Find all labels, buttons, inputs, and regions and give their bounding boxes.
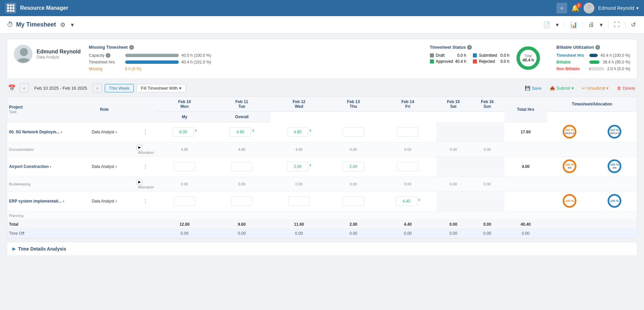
my-alloc-cell: 222 % 32/14.4 xyxy=(547,122,592,142)
tue-cell2[interactable] xyxy=(213,157,270,177)
wed-cell3[interactable] xyxy=(270,191,328,211)
dropdown-arrow-button[interactable]: ▾ xyxy=(69,20,75,30)
sat-cell xyxy=(436,122,470,142)
rejected-dot xyxy=(473,59,477,63)
submit-button[interactable]: 📤 Submit ▾ xyxy=(548,84,576,92)
allocation-row2: Bookkeeping ▶ Allocation 0.00 0.00 0.00 … xyxy=(7,177,637,191)
thu-input2[interactable] xyxy=(343,162,364,171)
feb10-header: Feb 10 Mon xyxy=(156,97,213,112)
submit-dropdown-icon: ▾ xyxy=(572,86,574,91)
mon-cell3[interactable] xyxy=(156,191,213,211)
print-button[interactable]: 🖨 xyxy=(587,20,596,30)
role-cell: Data Analyst ▾ xyxy=(74,122,135,142)
alloc-expand-button[interactable]: ▶ xyxy=(137,144,143,150)
sub-header-left: ⏱ My Timesheet ⚙ ▾ xyxy=(7,20,75,30)
thu-cell3[interactable] xyxy=(328,191,379,211)
status-draft: Draft 0.0 h xyxy=(430,53,466,58)
mon-cell2[interactable] xyxy=(156,157,213,177)
fri-input2[interactable] xyxy=(397,162,418,171)
refresh-button[interactable]: ↺ xyxy=(630,20,637,30)
delete-icon: 🗑 xyxy=(617,86,621,91)
nav-left: Resource Manager xyxy=(5,3,68,13)
total-mon: 12.80 xyxy=(156,220,213,229)
timesheet-status-title: Timesheet Status i xyxy=(430,45,510,50)
delete-button[interactable]: 🗑 Delete xyxy=(615,84,637,92)
fri-input3[interactable] xyxy=(396,196,417,206)
mon-cell[interactable]: $ xyxy=(156,122,213,142)
billable-nonbillable-label: Non Billable xyxy=(556,67,587,71)
wed-input[interactable] xyxy=(287,127,308,137)
project-expand-icon3[interactable]: ▾ xyxy=(63,200,64,203)
mon-input[interactable] xyxy=(172,127,194,137)
save-button[interactable]: 💾 Save xyxy=(523,84,544,92)
thu-input[interactable] xyxy=(343,127,364,137)
role-dropdown-icon3[interactable]: ▾ xyxy=(115,200,117,203)
my-alloc-cell3: 100 % xyxy=(547,191,592,211)
alloc-expand-button2[interactable]: ▶ xyxy=(137,179,143,185)
capacity-info-icon[interactable]: i xyxy=(106,53,110,58)
this-week-button[interactable]: This Week xyxy=(105,84,134,92)
row-menu-button3[interactable]: ⋮ xyxy=(143,198,148,205)
row-menu-button[interactable]: ⋮ xyxy=(143,129,148,135)
thu-cell[interactable] xyxy=(328,122,379,142)
row-menu-button2[interactable]: ⋮ xyxy=(143,164,148,170)
alloc-sun2: 0.00 xyxy=(470,177,504,191)
status-info-icon[interactable]: i xyxy=(467,45,472,50)
fri-cell3[interactable]: $ xyxy=(379,191,437,211)
tue-cell3[interactable] xyxy=(213,191,270,211)
fri-cell2[interactable] xyxy=(379,157,437,177)
my-alloc-cell2: 100 % 4/0 xyxy=(547,157,592,177)
toolbar: 📅 ‹ Feb 10 2025 - Feb 16 2025 › This Wee… xyxy=(7,83,637,93)
thu-cell2[interactable] xyxy=(328,157,379,177)
project-expand-icon2[interactable]: ▾ xyxy=(50,165,51,169)
time-details-header[interactable]: ▶ Time Details Analysis xyxy=(12,246,632,252)
status-details: Timesheet Status i Draft 0.0 h Submitted… xyxy=(430,45,510,64)
calendar-icon-button[interactable]: 📅 xyxy=(7,83,17,93)
wed-cell[interactable]: $ xyxy=(270,122,328,142)
fullscreen-button[interactable]: ⛶ xyxy=(612,20,621,30)
project-cell3: ERP system implementati... ▾ xyxy=(7,191,74,211)
mon-input3[interactable] xyxy=(174,196,195,206)
thu-input3[interactable] xyxy=(343,196,364,206)
next-week-button[interactable]: › xyxy=(93,83,102,93)
role-dropdown-icon2[interactable]: ▾ xyxy=(115,165,117,169)
unsubmit-icon: ↩ xyxy=(582,86,586,91)
grid-menu-button[interactable] xyxy=(5,3,16,13)
unsubmit-button[interactable]: ↩ Unsubmit ▾ xyxy=(580,84,611,92)
tue-input[interactable] xyxy=(230,127,251,137)
print-dropdown-button[interactable]: ▾ xyxy=(598,20,604,30)
missing-info-icon[interactable]: i xyxy=(129,45,134,50)
tue-input2[interactable] xyxy=(231,162,252,171)
project-expand-icon[interactable]: ▾ xyxy=(61,130,62,134)
time-off-label: Time Off xyxy=(7,229,156,238)
role-dropdown-icon[interactable]: ▾ xyxy=(115,130,117,134)
excel-export-button[interactable]: 📊 xyxy=(568,20,579,30)
feb12-header: Feb 12 Wed xyxy=(270,97,328,112)
alloc-role-cell2 xyxy=(74,177,135,191)
row-actions2: ⋮ xyxy=(135,157,156,177)
fill-timesheet-button[interactable]: Fill Timesheet With ▾ xyxy=(137,84,186,92)
billable-info-icon[interactable]: i xyxy=(595,45,600,50)
tue-input3[interactable] xyxy=(231,196,252,206)
alloc-mon2: 0.00 xyxy=(156,177,213,191)
billable-billable-row: Billable 38.4 h (95.0 %) xyxy=(556,60,630,64)
pdf-dropdown-button[interactable]: ▾ xyxy=(554,20,560,30)
time-off-wed: 0.00 xyxy=(270,229,328,238)
mon-input2[interactable] xyxy=(174,162,195,171)
settings-button[interactable]: ⚙ xyxy=(59,20,67,30)
submit-icon: 📤 xyxy=(550,86,555,91)
planning-row: Planning xyxy=(7,211,637,220)
notification-button[interactable]: 🔔 1 xyxy=(571,4,580,12)
wed-cell2[interactable]: $ xyxy=(270,157,328,177)
tue-cell[interactable]: $ xyxy=(213,122,270,142)
user-menu-button[interactable]: Edmund Reynold ▾ xyxy=(598,5,639,11)
add-button[interactable]: ＋ xyxy=(556,3,567,13)
wed-input2[interactable] xyxy=(287,162,308,171)
feb11-header: Feb 11 Tue xyxy=(213,97,270,112)
fri-cell[interactable] xyxy=(379,122,437,142)
wed-input3[interactable] xyxy=(288,196,310,206)
prev-week-button[interactable]: ‹ xyxy=(19,83,29,93)
sub-header: ⏱ My Timesheet ⚙ ▾ 📄 ▾ 📊 🖨 ▾ ⛶ ↺ xyxy=(0,16,644,34)
pdf-export-button[interactable]: 📄 xyxy=(542,20,552,30)
fri-input[interactable] xyxy=(397,127,418,137)
